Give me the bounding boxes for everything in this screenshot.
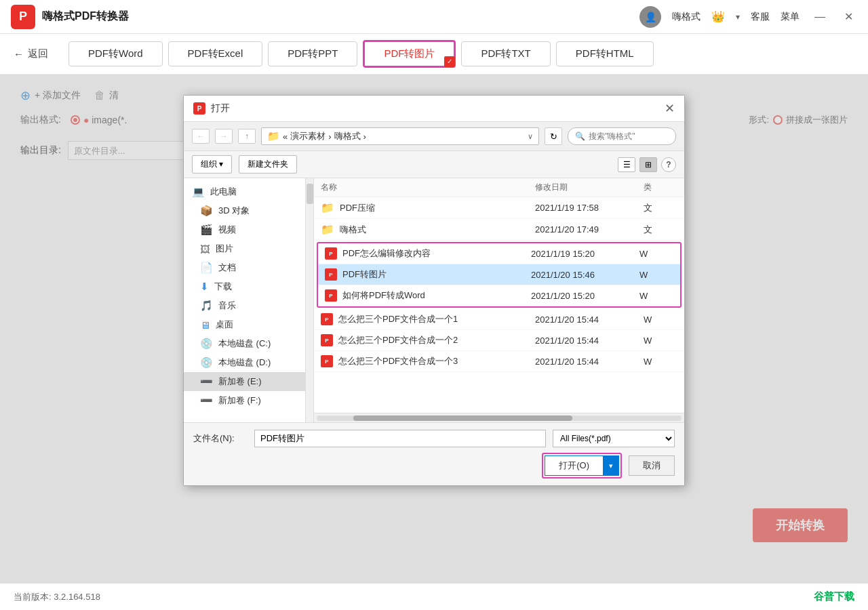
file-row-pdf-edit[interactable]: P PDF怎么编辑修改内容 2021/1/19 15:20 W xyxy=(318,243,680,264)
breadcrumb-part2[interactable]: 嗨格式 xyxy=(334,130,361,142)
forward-nav-button[interactable]: → xyxy=(215,129,233,144)
pdf-icon: P xyxy=(321,334,333,346)
file-row-merge1[interactable]: P 怎么把三个PDF文件合成一个1 2021/1/20 15:44 W xyxy=(314,309,684,330)
breadcrumb-dropdown-button[interactable]: ∨ xyxy=(528,132,533,141)
file-modified: 2021/1/20 15:44 xyxy=(535,314,644,325)
file-list-scroll[interactable]: 📁 PDF压缩 2021/1/19 17:58 文 📁 嗨格式 2021/1/2… xyxy=(314,197,684,413)
footer-filename-row: 文件名(N): All Files(*.pdf) xyxy=(193,430,675,447)
dialog-title-text: 打开 xyxy=(211,102,230,115)
search-input[interactable] xyxy=(589,131,670,141)
disk-c-icon: 💿 xyxy=(200,338,213,350)
tab-pdf-ppt[interactable]: PDF转PPT xyxy=(268,41,357,66)
sidebar-item-pc-label: 此电脑 xyxy=(210,186,237,198)
back-nav-button[interactable]: ← xyxy=(192,129,210,144)
grid-view-button[interactable]: ⊞ xyxy=(639,157,657,172)
file-row-pdf-compress[interactable]: 📁 PDF压缩 2021/1/19 17:58 文 xyxy=(314,197,684,219)
sidebar-item-3d[interactable]: 📦 3D 对象 xyxy=(184,201,305,220)
file-name-text: PDF压缩 xyxy=(340,202,375,214)
app-logo: P xyxy=(11,5,35,29)
folder-icon: 📁 xyxy=(321,223,334,236)
help-button[interactable]: ? xyxy=(661,157,676,172)
pdf-icon: P xyxy=(321,313,333,325)
back-button[interactable]: ← 返回 xyxy=(14,47,48,60)
file-name-text: 怎么把三个PDF文件合成一个2 xyxy=(338,334,458,346)
dialog-close-button[interactable]: ✕ xyxy=(665,102,675,115)
bottom-bar: 当前版本: 3.2.164.518 谷普下载 xyxy=(0,583,868,610)
menu-link[interactable]: 菜单 xyxy=(781,11,800,23)
sidebar-item-image[interactable]: 🖼 图片 xyxy=(184,239,305,258)
horizontal-scrollbar[interactable] xyxy=(314,413,684,422)
sidebar-item-disk-d[interactable]: 💿 本地磁盘 (D:) xyxy=(184,353,305,372)
file-type: W xyxy=(644,314,677,325)
file-type: W xyxy=(639,291,673,301)
breadcrumb-folder-icon: 📁 xyxy=(267,130,280,142)
cancel-button[interactable]: 取消 xyxy=(629,455,675,476)
open-dropdown-button[interactable]: ▾ xyxy=(603,455,619,476)
brand-link[interactable]: 谷普下载 xyxy=(814,590,854,603)
open-main-button[interactable]: 打开(O) xyxy=(545,455,603,476)
file-modified: 2021/1/19 17:58 xyxy=(535,203,644,213)
disk-d-icon: 💿 xyxy=(200,357,213,369)
file-name-text: 怎么把三个PDF文件合成一个1 xyxy=(338,313,458,325)
file-row-pdf-image[interactable]: P PDF转图片 2021/1/20 15:46 W xyxy=(318,264,680,285)
dialog-title-bar: P 打开 ✕ xyxy=(184,96,684,122)
file-name-cell: P 怎么把三个PDF文件合成一个3 xyxy=(321,355,535,367)
filetype-select[interactable]: All Files(*.pdf) xyxy=(553,430,675,447)
file-row-merge3[interactable]: P 怎么把三个PDF文件合成一个3 2021/1/20 15:44 W xyxy=(314,351,684,372)
file-row-haige[interactable]: 📁 嗨格式 2021/1/20 17:49 文 xyxy=(314,219,684,241)
pc-icon: 💻 xyxy=(192,186,205,198)
file-type: W xyxy=(644,336,677,346)
image-folder-icon: 🖼 xyxy=(200,243,210,255)
new-folder-button[interactable]: 新建文件夹 xyxy=(239,155,297,174)
refresh-button[interactable]: ↻ xyxy=(545,127,562,145)
up-nav-button[interactable]: ↑ xyxy=(238,129,256,144)
user-avatar: 👤 xyxy=(639,6,661,28)
tab-pdf-word[interactable]: PDF转Word xyxy=(68,41,163,66)
tab-pdf-txt[interactable]: PDF转TXT xyxy=(461,41,550,66)
filename-label: 文件名(N): xyxy=(193,432,248,445)
desktop-icon: 🖥 xyxy=(200,319,210,331)
file-name-cell: 📁 嗨格式 xyxy=(321,223,535,236)
nav-tabs: PDF转Word PDF转Excel PDF转PPT PDF转图片 PDF转TX… xyxy=(68,40,854,68)
list-view-button[interactable]: ☰ xyxy=(618,157,635,172)
sidebar-item-desktop[interactable]: 🖥 桌面 xyxy=(184,315,305,334)
dialog-toolbar: ← → ↑ 📁 « 演示素材 › 嗨格式 › ∨ ↻ 🔍 xyxy=(184,122,684,151)
tab-pdf-image[interactable]: PDF转图片 xyxy=(363,40,456,68)
filename-input[interactable] xyxy=(254,430,546,447)
file-name-cell: P 如何将PDF转成Word xyxy=(325,289,531,302)
tab-pdf-html[interactable]: PDF转HTML xyxy=(556,41,654,66)
sidebar-item-disk-c-label: 本地磁盘 (C:) xyxy=(218,338,271,350)
sidebar-item-doc[interactable]: 📄 文档 xyxy=(184,258,305,277)
sidebar-item-image-label: 图片 xyxy=(216,243,233,255)
3d-icon: 📦 xyxy=(200,205,213,217)
sidebar-item-disk-d-label: 本地磁盘 (D:) xyxy=(218,357,271,369)
col-type-header: 类 xyxy=(644,182,677,193)
sidebar-item-pc[interactable]: 💻 此电脑 xyxy=(184,182,305,201)
file-name-text: 怎么把三个PDF文件合成一个3 xyxy=(338,355,458,367)
file-modified: 2021/1/20 15:20 xyxy=(531,291,639,301)
sidebar-item-disk-f[interactable]: ➖ 新加卷 (F:) xyxy=(184,391,305,410)
sidebar-item-disk-e-label: 新加卷 (E:) xyxy=(218,375,262,388)
back-label: 返回 xyxy=(28,47,48,60)
tab-pdf-excel[interactable]: PDF转Excel xyxy=(168,41,263,66)
sidebar-scrollbar-thumb[interactable] xyxy=(307,184,313,204)
file-row-pdf-word[interactable]: P 如何将PDF转成Word 2021/1/20 15:20 W xyxy=(318,285,680,306)
breadcrumb-part1[interactable]: 演示素材 xyxy=(290,130,326,142)
sidebar-item-video[interactable]: 🎬 视频 xyxy=(184,220,305,239)
file-row-merge2[interactable]: P 怎么把三个PDF文件合成一个2 2021/1/20 15:44 W xyxy=(314,330,684,351)
minimize-button[interactable]: — xyxy=(810,11,829,23)
close-button[interactable]: ✕ xyxy=(840,10,857,23)
sidebar-item-download-label: 下载 xyxy=(214,281,232,293)
sidebar-item-disk-c[interactable]: 💿 本地磁盘 (C:) xyxy=(184,334,305,353)
h-scroll-thumb xyxy=(353,415,572,421)
sidebar-item-music[interactable]: 🎵 音乐 xyxy=(184,296,305,315)
file-list-area: 名称 修改日期 类 📁 PDF压缩 2021/1/19 17:58 文 xyxy=(314,178,684,422)
dialog-title-left: P 打开 xyxy=(193,102,230,115)
nav-bar: ← 返回 PDF转Word PDF转Excel PDF转PPT PDF转图片 P… xyxy=(0,34,868,75)
sidebar-item-disk-e[interactable]: ➖ 新加卷 (E:) xyxy=(184,372,305,391)
file-name-cell: P PDF怎么编辑修改内容 xyxy=(325,247,531,260)
sidebar-item-download[interactable]: ⬇ 下载 xyxy=(184,277,305,296)
organize-button[interactable]: 组织 ▾ xyxy=(192,155,232,174)
user-dropdown-arrow[interactable]: ▾ xyxy=(736,12,740,22)
customer-service-link[interactable]: 客服 xyxy=(751,11,770,23)
